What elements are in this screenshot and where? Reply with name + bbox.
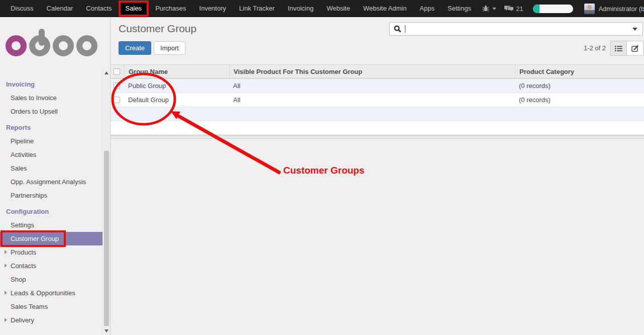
nav-item-discuss[interactable]: Discuss: [4, 0, 40, 17]
sidebar-item-settings[interactable]: Settings: [0, 218, 102, 232]
nav-item-calendar[interactable]: Calendar: [40, 0, 80, 17]
nav-item-website-admin[interactable]: Website Admin: [357, 0, 413, 17]
row-checkbox[interactable]: [114, 97, 120, 103]
column-header-visible-product[interactable]: Visible Product For This Customer Group: [229, 65, 515, 78]
table-footer-strip: [111, 135, 644, 139]
progress-fill: [533, 5, 540, 13]
sidebar-item-label: Leads & Opportunities: [11, 289, 75, 297]
expand-arrow-icon[interactable]: [5, 250, 7, 254]
expand-arrow-icon[interactable]: [5, 291, 7, 295]
odoo-logo: [0, 35, 103, 56]
nav-item-settings[interactable]: Settings: [441, 0, 478, 17]
cell-visible-product: All: [229, 96, 515, 104]
logo-o3: [76, 35, 97, 56]
edit-icon: [631, 45, 639, 52]
create-button[interactable]: Create: [119, 41, 151, 55]
empty-row: [111, 121, 644, 135]
form-view-button[interactable]: [627, 41, 643, 56]
app-sidebar: Invoicing Sales to Invoice Orders to Ups…: [0, 17, 111, 335]
messages-systray-item[interactable]: 21: [500, 5, 527, 13]
search-icon: [393, 25, 402, 33]
cell-product-category: (0 records): [515, 96, 644, 104]
nav-item-link-tracker[interactable]: Link Tracker: [233, 0, 281, 17]
sidebar-item-customer-group[interactable]: Customer Group: [0, 232, 102, 245]
systray: 21 Administrator (braintree): [478, 4, 644, 14]
sidebar-item-label: Delivery: [11, 316, 34, 324]
scroll-down-icon[interactable]: [104, 329, 109, 332]
sidebar-item-sales[interactable]: Sales: [0, 161, 102, 175]
table-row-public-group[interactable]: Public Group All (0 records): [111, 78, 644, 93]
nav-item-invoicing[interactable]: Invoicing: [281, 0, 320, 17]
row-checkbox[interactable]: [114, 82, 120, 89]
list-view-button[interactable]: [610, 41, 627, 56]
select-all-checkbox[interactable]: [114, 68, 120, 75]
column-header-group-name[interactable]: Group Name: [124, 65, 229, 78]
sidebar-item-sales-teams[interactable]: Sales Teams: [0, 300, 102, 313]
logo-d: [29, 35, 50, 56]
sidebar-item-partnerships[interactable]: Partnerships: [0, 189, 102, 202]
import-button[interactable]: Import: [154, 41, 185, 55]
pager-range: 1-2 of 2: [584, 44, 606, 52]
sidebar-section-invoicing: Invoicing: [0, 77, 102, 91]
column-header-product-category[interactable]: Product Category: [515, 65, 644, 78]
scroll-up-icon[interactable]: [104, 71, 109, 74]
cell-group-name: Public Group: [124, 82, 229, 90]
message-count-badge: 21: [516, 5, 523, 13]
nav-item-purchases[interactable]: Purchases: [149, 0, 192, 17]
expand-arrow-icon[interactable]: [5, 264, 7, 268]
debug-caret-icon: [492, 8, 496, 10]
logo-o2: [53, 35, 74, 56]
sidebar-section-configuration: Configuration: [0, 205, 102, 218]
sidebar-item-sales-to-invoice[interactable]: Sales to Invoice: [0, 91, 102, 105]
sidebar-item-label: Contacts: [11, 262, 36, 270]
action-buttons: Create Import: [119, 41, 185, 55]
expand-arrow-icon[interactable]: [5, 318, 7, 322]
cell-group-name: Default Group: [124, 96, 229, 104]
sidebar-item-label: Products: [11, 248, 36, 256]
select-all-cell: [111, 65, 124, 78]
nav-item-contacts[interactable]: Contacts: [79, 0, 118, 17]
text-cursor: [405, 25, 405, 33]
empty-row: [111, 107, 644, 121]
search-input[interactable]: [389, 22, 643, 36]
user-avatar[interactable]: [584, 4, 595, 14]
nav-item-sales-active[interactable]: Sales: [119, 1, 149, 17]
sidebar-menu: Invoicing Sales to Invoice Orders to Ups…: [0, 76, 102, 327]
sidebar-item-orders-to-upsell[interactable]: Orders to Upsell: [0, 105, 102, 118]
debug-bug-icon[interactable]: [478, 5, 500, 13]
sidebar-item-shop[interactable]: Shop: [0, 273, 102, 286]
nav-item-website[interactable]: Website: [320, 0, 357, 17]
main-content: Customer Group Create Import 1-2 of 2: [111, 17, 644, 335]
cell-product-category: (0 records): [515, 82, 644, 90]
search-dropdown-caret-icon[interactable]: [632, 28, 637, 31]
scrollbar-thumb[interactable]: [104, 151, 109, 326]
user-menu[interactable]: Administrator (braintree): [598, 5, 644, 13]
sidebar-section-reports: Reports: [0, 121, 102, 134]
sidebar-item-pipeline[interactable]: Pipeline: [0, 134, 102, 148]
chat-bubbles-icon: [504, 5, 514, 13]
sidebar-item-products[interactable]: Products: [0, 245, 102, 259]
bug-icon: [482, 5, 490, 13]
sidebar-item-delivery[interactable]: Delivery: [0, 313, 102, 327]
view-switcher: [610, 41, 643, 56]
cell-visible-product: All: [229, 82, 515, 90]
sidebar-item-label: Customer Group: [11, 235, 59, 242]
customer-group-list: Group Name Visible Product For This Cust…: [111, 64, 644, 139]
nav-item-apps[interactable]: Apps: [413, 0, 441, 17]
sidebar-item-contacts[interactable]: Contacts: [0, 259, 102, 273]
nav-item-inventory[interactable]: Inventory: [193, 0, 233, 17]
list-icon: [615, 45, 622, 52]
top-navbar: Discuss Calendar Contacts Sales Purchase…: [0, 0, 644, 17]
logo-o1: [6, 35, 27, 56]
table-row-default-group[interactable]: Default Group All (0 records): [111, 93, 644, 107]
sidebar-item-opp-assignment-analysis[interactable]: Opp. Assignment Analysis: [0, 175, 102, 189]
sidebar-item-leads-opportunities[interactable]: Leads & Opportunities: [0, 286, 102, 300]
table-header-row: Group Name Visible Product For This Cust…: [111, 64, 644, 78]
sidebar-scrollbar[interactable]: [102, 69, 110, 335]
page-title: Customer Group: [119, 23, 196, 35]
sidebar-item-activities[interactable]: Activities: [0, 148, 102, 161]
systray-progress-pill[interactable]: [533, 5, 573, 13]
